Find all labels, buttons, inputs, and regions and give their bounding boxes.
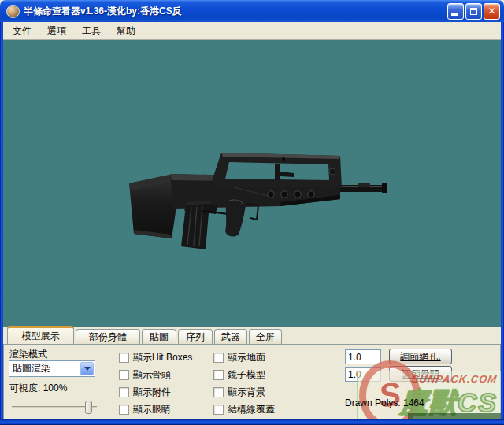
checkbox-background[interactable] [213, 387, 224, 397]
tab-body-parts[interactable]: 部份身體 [76, 329, 140, 344]
checkbox-label: 顯示背景 [228, 386, 265, 399]
checkbox-label: 結構線覆蓋 [228, 403, 275, 416]
drawn-polys-counter: Drawn Polys: 1464 [345, 397, 424, 408]
tab-fullscreen[interactable]: 全屏 [249, 329, 282, 344]
opacity-slider[interactable] [10, 400, 98, 414]
render-mode-value: 貼圖渲染 [9, 362, 80, 375]
famas-model [126, 150, 387, 251]
control-panel: 渲染模式 貼圖渲染 可視度: 100% 顯示Hit Boxes 顯示骨頭 顯示附… [3, 344, 501, 419]
mesh-scale-input[interactable] [345, 349, 381, 364]
adjust-bone-button[interactable]: 調節骨頭 [389, 366, 452, 382]
window-border-left [0, 22, 3, 425]
checkbox-label: 顯示附件 [133, 386, 171, 399]
tab-sequence[interactable]: 序列 [178, 329, 213, 344]
close-icon: ✕ [487, 6, 495, 16]
minimize-button[interactable] [447, 3, 464, 20]
watermark-strip [408, 413, 501, 419]
title-bar[interactable]: 半條命查看器v1.36-漢化by:香港CS反 ✕ [0, 0, 504, 22]
menu-help[interactable]: 幫助 [109, 22, 143, 40]
model-viewport[interactable] [3, 39, 501, 327]
checkbox-label: 顯示骨頭 [133, 368, 171, 382]
checkbox-row-wireframe[interactable]: 結構線覆蓋 [213, 403, 275, 416]
window-border-right [501, 22, 504, 425]
menu-options[interactable]: 選項 [40, 22, 73, 40]
minimize-icon [451, 13, 458, 16]
opacity-label: 可視度: 100% [9, 382, 67, 395]
menu-tools[interactable]: 工具 [75, 22, 108, 40]
chevron-down-icon [84, 367, 91, 371]
checkbox-row-mirror[interactable]: 鏡子模型 [213, 368, 265, 382]
bone-scale-input[interactable] [345, 367, 381, 382]
slider-track [12, 406, 97, 408]
maximize-icon [470, 8, 477, 15]
slider-thumb[interactable] [85, 401, 92, 414]
app-window: 半條命查看器v1.36-漢化by:香港CS反 ✕ 文件 選項 工具 幫助 [0, 0, 504, 425]
checkbox-bones[interactable] [119, 370, 129, 380]
adjust-mesh-button[interactable]: 調節網孔. [389, 349, 452, 364]
checkbox-row-attachments[interactable]: 顯示附件 [119, 386, 171, 399]
checkbox-eyes[interactable] [119, 405, 129, 415]
dropdown-arrow-button[interactable] [80, 362, 94, 375]
close-button[interactable]: ✕ [484, 3, 500, 20]
checkbox-row-background[interactable]: 顯示背景 [213, 386, 265, 399]
window-border-bottom [0, 419, 504, 425]
checkbox-label: 顯示地面 [228, 351, 265, 364]
menu-file[interactable]: 文件 [6, 22, 39, 40]
tab-strip: 模型展示 部份身體 貼圖 序列 武器 全屏 [3, 327, 501, 344]
checkbox-label: 鏡子模型 [228, 368, 265, 382]
checkbox-hitboxes[interactable] [119, 353, 129, 363]
tab-model-display[interactable]: 模型展示 [7, 326, 74, 344]
checkbox-row-bones[interactable]: 顯示骨頭 [119, 368, 171, 382]
checkbox-label: 顯示Hit Boxes [133, 351, 192, 364]
tab-weapon[interactable]: 武器 [214, 329, 247, 344]
checkbox-mirror[interactable] [213, 370, 224, 380]
checkbox-row-eyes[interactable]: 顯示眼睛 [119, 403, 171, 416]
render-mode-select[interactable]: 貼圖渲染 [9, 360, 95, 377]
checkbox-wireframe[interactable] [213, 405, 224, 415]
maximize-button[interactable] [465, 3, 482, 20]
tab-texture[interactable]: 貼圖 [142, 329, 176, 344]
checkbox-attachments[interactable] [119, 387, 129, 397]
checkbox-label: 顯示眼睛 [133, 403, 171, 416]
menu-bar: 文件 選項 工具 幫助 [1, 22, 503, 39]
checkbox-row-hitboxes[interactable]: 顯示Hit Boxes [119, 351, 192, 364]
app-icon [6, 5, 20, 18]
checkbox-row-ground[interactable]: 顯示地面 [213, 351, 265, 364]
render-mode-label: 渲染模式 [9, 348, 47, 361]
window-title: 半條命查看器v1.36-漢化by:香港CS反 [24, 5, 447, 18]
checkbox-ground[interactable] [213, 353, 224, 363]
